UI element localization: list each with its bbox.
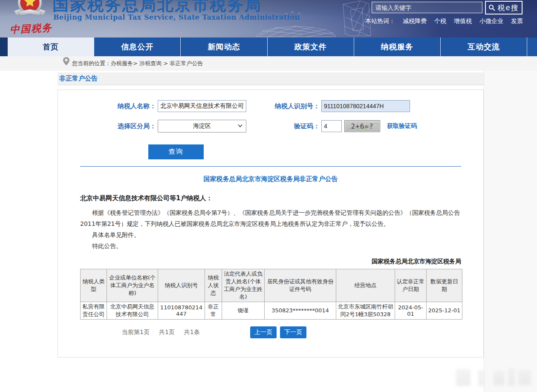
page-title: 非正常户公告 bbox=[58, 72, 484, 85]
nav-tab-policy[interactable]: 政策文件 bbox=[268, 37, 354, 56]
pagination-current: 当前第1页 bbox=[122, 329, 150, 336]
cell-updated-date: 2025-12-01 bbox=[427, 302, 462, 319]
announcement-line-attachment: 具体名单见附件。 bbox=[80, 230, 461, 241]
main-nav: 首页 信息公开 新闻动态 政策文件 纳税服务 互动交流 bbox=[0, 37, 537, 56]
cell-id-number: 350823********0014 bbox=[265, 302, 336, 319]
captcha-input[interactable] bbox=[321, 120, 342, 132]
chevron-down-icon bbox=[238, 124, 243, 127]
nav-tab-tax-service[interactable]: 纳税服务 bbox=[354, 37, 441, 56]
site-subtitle: Beijing Municipal Tax Service, State Tax… bbox=[53, 13, 300, 21]
hotword-link[interactable]: 小微企业 bbox=[479, 17, 503, 25]
query-form: 纳税人名称： 纳税人识别号： 选择区分局： 海淀区 验证码： bbox=[58, 90, 483, 159]
announcement-salutation: 北京中易网天信息技术有限公司等1户纳税人： bbox=[80, 194, 461, 202]
captcha-noise bbox=[345, 121, 380, 132]
announcement-signature: 国家税务总局北京市海淀区税务局 bbox=[80, 258, 461, 265]
captcha-refresh-link[interactable]: 获取验证码 bbox=[387, 122, 417, 130]
logo-text: 中国税务 bbox=[3, 21, 59, 37]
breadcrumb-bar: 您当前的位置：办税服务> 涉税查询 > 非正常户公告 bbox=[0, 56, 537, 71]
cell-company-name: 北京中易网天信息技术有限公司 bbox=[107, 302, 158, 319]
search-button-label: 税e搜 bbox=[497, 3, 519, 13]
pagination-summary: 当前第1页 共1页 共1条 bbox=[122, 329, 200, 336]
nav-left-edge bbox=[0, 37, 8, 56]
cell-taxpayer-status: 非正常 bbox=[205, 302, 222, 319]
col-taxpayer-id: 纳税人识别号 bbox=[158, 269, 205, 302]
hotwords-label: 本站热词： bbox=[365, 17, 395, 25]
watermark-ghost bbox=[456, 366, 533, 389]
hotword-link[interactable]: 个税 bbox=[434, 17, 446, 25]
hotword-link[interactable]: 增值税 bbox=[454, 17, 472, 25]
search-icon bbox=[488, 4, 495, 11]
taxpayer-id-label: 纳税人识别号： bbox=[257, 102, 320, 110]
cell-taxpayer-id: 110108780214447 bbox=[158, 302, 205, 319]
nav-tab-interaction[interactable]: 互动交流 bbox=[441, 37, 527, 56]
district-select[interactable]: 海淀区 bbox=[158, 120, 246, 133]
cell-taxpayer-type: 私营有限责任公司 bbox=[81, 302, 107, 319]
taxpayer-id-input[interactable] bbox=[321, 100, 410, 112]
prev-page-button[interactable]: 上一页 bbox=[250, 326, 277, 338]
captcha-label: 验证码： bbox=[257, 122, 320, 130]
search-button[interactable]: 税e搜 bbox=[485, 1, 523, 14]
form-row-2: 选择区分局： 海淀区 验证码： 2+6=? 获取验证码 bbox=[58, 120, 483, 133]
announcement-body: 北京中易网天信息技术有限公司等1户纳税人： 根据《税务登记管理办法》（国家税务总… bbox=[58, 194, 483, 265]
col-id-number: 居民身份证或其他有效身份证件号码 bbox=[265, 269, 336, 302]
table-header-row: 纳税人类型 企业或单位名称(个体工商户为业户名称) 纳税人识别号 纳税人状态 法… bbox=[81, 269, 462, 302]
col-identified-date: 认定非正常户日期 bbox=[395, 269, 427, 302]
site-header: 中国税务 国家税务总局北京市税务局 Beijing Municipal Tax … bbox=[0, 0, 537, 37]
taxpayer-name-label: 纳税人名称： bbox=[58, 102, 156, 110]
col-taxpayer-status: 纳税人状态 bbox=[205, 269, 222, 302]
location-pin-icon bbox=[63, 57, 69, 66]
nav-tab-home[interactable]: 首页 bbox=[8, 37, 94, 56]
pagination-pages: 共1页 bbox=[159, 329, 175, 336]
announcement-line-hereby: 特此公告。 bbox=[80, 241, 461, 252]
hotword-link[interactable]: 减税降费 bbox=[403, 17, 427, 25]
table-row: 私营有限责任公司 北京中易网天信息技术有限公司 110108780214447 … bbox=[81, 302, 462, 319]
col-business-address: 经营地点 bbox=[336, 269, 395, 302]
nav-right-edge bbox=[527, 37, 537, 56]
breadcrumb[interactable]: 您当前的位置：办税服务> 涉税查询 > 非正常户公告 bbox=[72, 60, 203, 67]
announcement-paragraph: 根据《税务登记管理办法》（国家税务总局令第7号）、《国家税务总局关于进一步完善税… bbox=[80, 208, 461, 230]
announcement-title: 国家税务总局北京市海淀区税务局非正常户公告 bbox=[58, 175, 483, 183]
col-company-name: 企业或单位名称(个体工商户为业户名称) bbox=[107, 269, 158, 302]
district-selected-value: 海淀区 bbox=[193, 122, 211, 130]
pagination: 当前第1页 共1页 共1条 上一页 下一页 bbox=[58, 326, 483, 339]
next-page-button[interactable]: 下一页 bbox=[280, 326, 306, 338]
pagination-total: 共1条 bbox=[184, 329, 200, 336]
col-updated-date: 数据更新日期 bbox=[427, 269, 462, 302]
cell-business-address: 北京市东城区南竹杆胡同2号1幢3层50328 bbox=[336, 302, 395, 319]
taxpayer-name-input[interactable] bbox=[158, 100, 246, 112]
col-legal-rep: 法定代表人或负责人姓名(个体工商户为业主姓名) bbox=[222, 269, 265, 302]
nav-tab-info-disclosure[interactable]: 信息公开 bbox=[94, 37, 181, 56]
cell-identified-date: 2024-05-01 bbox=[395, 302, 427, 319]
district-label: 选择区分局： bbox=[58, 122, 156, 130]
nav-tab-news[interactable]: 新闻动态 bbox=[181, 37, 267, 56]
query-button[interactable]: 查询 bbox=[148, 144, 204, 159]
abnormal-taxpayer-table: 纳税人类型 企业或单位名称(个体工商户为业户名称) 纳税人识别号 纳税人状态 法… bbox=[80, 269, 462, 320]
col-taxpayer-type: 纳税人类型 bbox=[81, 269, 107, 302]
query-panel: 纳税人名称： 纳税人识别号： 选择区分局： 海淀区 验证码： bbox=[58, 89, 484, 357]
content-container: 非正常户公告 纳税人名称： 纳税人识别号： 选择区分局： 海淀区 验证码： bbox=[58, 72, 484, 357]
cell-legal-rep: 饶谨 bbox=[222, 302, 265, 319]
form-row-1: 纳税人名称： 纳税人识别号： bbox=[58, 100, 483, 112]
hotword-link[interactable]: 发票 bbox=[511, 17, 523, 25]
hotwords-bar: 本站热词： 减税降费 个税 增值税 小微企业 发票 bbox=[365, 17, 523, 25]
section-divider bbox=[80, 166, 461, 167]
right-background-strip bbox=[484, 71, 537, 392]
search-input[interactable] bbox=[372, 2, 482, 13]
captcha-image[interactable]: 2+6=? bbox=[344, 120, 380, 132]
